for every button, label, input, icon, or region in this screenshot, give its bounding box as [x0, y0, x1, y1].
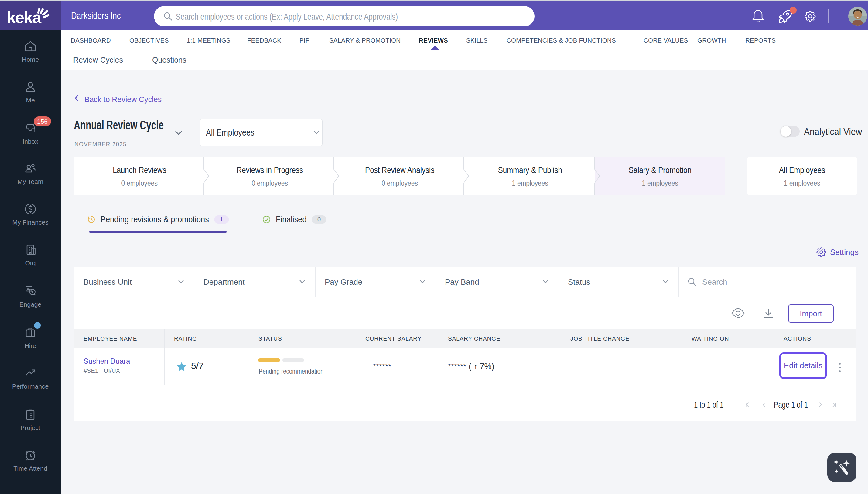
- svg-text:keka: keka: [7, 8, 42, 26]
